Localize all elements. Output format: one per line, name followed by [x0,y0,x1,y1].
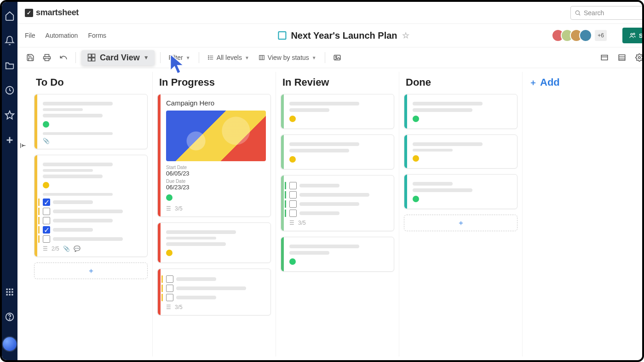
brand-name: smartsheet [36,8,79,18]
fields-icon[interactable] [615,51,628,64]
svg-rect-21 [92,58,95,61]
list-icon [207,54,214,61]
global-nav-rail [2,2,17,360]
checklist-icon: ☰ [43,245,48,252]
star-icon[interactable] [4,110,15,121]
user-avatar[interactable] [2,336,17,352]
attachment-icon: 📎 [43,138,50,144]
folder-icon[interactable] [4,60,15,71]
bell-icon[interactable] [4,35,15,46]
favorite-star-icon[interactable]: ☆ [402,30,409,41]
comment-icon: 💬 [74,245,80,252]
svg-rect-10 [12,294,13,295]
lane-title: In Review [281,72,394,94]
chevron-down-icon: ▼ [144,54,149,61]
svg-point-13 [575,11,579,14]
plus-icon[interactable] [4,134,15,146]
svg-rect-19 [92,54,95,58]
add-lane-button[interactable]: ＋Add [527,72,641,93]
svg-rect-17 [45,58,49,61]
card[interactable] [281,237,394,272]
add-card-button[interactable]: ＋ [404,215,518,231]
svg-rect-9 [9,294,10,295]
svg-point-32 [335,56,337,58]
svg-marker-1 [6,111,14,119]
clock-icon[interactable] [4,85,15,96]
columns-icon [259,54,265,61]
view-switcher[interactable]: Card View ▼ [81,50,155,65]
svg-rect-18 [88,54,92,58]
svg-point-12 [9,319,10,319]
card-campaign-hero[interactable]: Campaign Hero Start Date 06/05/23 Due Da… [157,94,271,217]
svg-rect-7 [12,291,13,292]
svg-point-38 [638,57,641,59]
svg-rect-5 [6,291,8,292]
svg-rect-28 [259,55,264,59]
svg-rect-20 [88,58,92,61]
menu-file[interactable]: File [25,32,35,39]
levels-button[interactable]: All levels▼ [205,52,252,63]
svg-rect-33 [601,55,608,60]
svg-rect-35 [619,55,625,60]
lane-in-progress: In Progress Campaign Hero Start Date 06/… [153,72,276,356]
lane-add: ＋Add [523,72,644,356]
svg-rect-16 [45,54,49,57]
undo-icon[interactable] [57,51,70,64]
lane-in-review: In Review ☰3/5 [276,72,399,356]
lane-title: Done [404,72,518,94]
card-view-icon [87,53,96,62]
apps-grid-icon[interactable] [4,286,15,298]
search-input[interactable]: Search [570,6,644,20]
svg-rect-3 [9,289,10,290]
print-icon[interactable] [40,51,53,64]
svg-point-15 [633,33,635,35]
card[interactable]: ✓ ✓ ☰2/5📎💬 [34,155,148,257]
share-button[interactable]: Share [622,28,644,43]
svg-rect-8 [6,294,8,295]
menu-automation[interactable]: Automation [46,32,78,39]
lane-title: To Do [34,72,148,94]
svg-rect-6 [9,291,10,292]
svg-point-27 [208,59,208,59]
card[interactable] [404,94,518,129]
gear-icon[interactable] [633,51,644,64]
add-card-button[interactable]: ＋ [34,263,148,279]
svg-rect-2 [6,289,8,290]
card[interactable] [404,174,518,209]
save-icon[interactable] [24,51,37,64]
cursor-pointer-icon [168,53,189,76]
svg-point-26 [208,57,208,58]
menu-forms[interactable]: Forms [88,32,106,39]
lane-todo: To Do 📎 ✓ ✓ [29,72,153,356]
people-icon [629,32,636,39]
card[interactable] [404,134,518,169]
card[interactable]: ☰3/5 [281,175,394,231]
view-by-button[interactable]: View by status▼ [256,52,319,63]
collaborator-avatars[interactable]: +6 [555,29,607,42]
svg-rect-4 [12,289,13,290]
card[interactable]: 📎 [34,94,148,149]
card[interactable] [281,94,394,129]
help-icon[interactable] [4,311,15,322]
card[interactable] [281,134,394,169]
home-icon[interactable] [4,10,15,21]
lane-done: Done ＋ [399,72,523,356]
document-title: Next Year's Launch Plan ☆ [278,30,409,41]
card-layout-icon[interactable] [598,51,611,64]
svg-point-14 [631,33,632,35]
sheet-icon [278,31,286,40]
search-icon [575,10,581,16]
svg-point-25 [208,56,208,56]
image-icon[interactable] [331,51,344,64]
expand-handle-icon[interactable] [17,68,29,360]
card[interactable]: ☰3/5 [157,269,271,315]
avatars-overflow[interactable]: +6 [595,30,607,41]
card[interactable] [157,222,271,263]
card-thumbnail [166,111,266,161]
brand-logo[interactable]: ✓ smartsheet [25,8,79,18]
